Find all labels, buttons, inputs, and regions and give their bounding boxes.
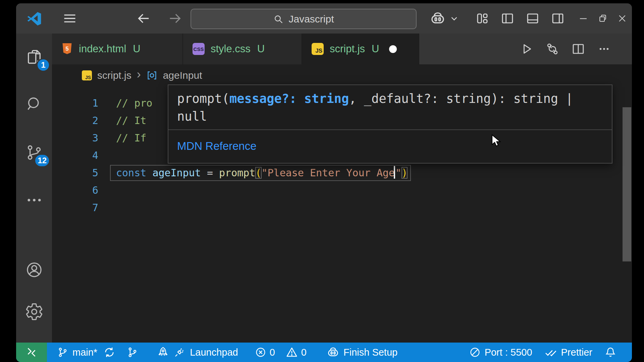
line-number: 7 xyxy=(52,199,98,217)
code-line-7[interactable]: 7 xyxy=(52,199,632,217)
search-icon xyxy=(273,14,284,24)
launchpad-label: Launchpad xyxy=(190,347,238,358)
tab-label: style.css xyxy=(211,43,251,55)
window-restore-button[interactable] xyxy=(593,3,612,34)
code-line-5[interactable]: 5const ageInput = prompt("Please Enter Y… xyxy=(52,164,632,182)
code-content: // It xyxy=(116,112,146,129)
line-number: 5 xyxy=(52,164,98,182)
tab-label: index.html xyxy=(79,43,126,55)
tab-script-js[interactable]: JS script.js U xyxy=(302,34,419,64)
code-token-comment: // pro xyxy=(116,97,152,109)
signature-text: , _default?: string): string | xyxy=(349,92,573,106)
code-line-6[interactable]: 6 xyxy=(52,182,632,199)
port-status-item[interactable]: Port : 5500 xyxy=(469,347,532,358)
prettier-label: Prettier xyxy=(561,347,592,358)
signature-text: prompt( xyxy=(177,92,229,106)
finish-setup-label: Finish Setup xyxy=(343,347,397,358)
breadcrumb: JS script.js › ageInput xyxy=(52,64,632,86)
open-changes-icon[interactable] xyxy=(541,34,564,64)
error-count: 0 xyxy=(270,347,275,358)
command-center-search[interactable]: Javascript xyxy=(191,9,417,29)
nav-forward-button[interactable] xyxy=(166,3,184,34)
code-token-plain: = xyxy=(201,167,219,179)
breadcrumb-file[interactable]: script.js xyxy=(97,70,131,81)
sidebar-item-more[interactable] xyxy=(16,183,52,218)
window-close-button[interactable] xyxy=(612,3,632,34)
error-icon xyxy=(255,347,266,358)
mdn-reference-link[interactable]: MDN Reference xyxy=(177,140,257,153)
sidebar-item-explorer[interactable]: 1 xyxy=(16,40,52,74)
code-token-bracket: ( xyxy=(255,167,261,179)
source-control-badge: 12 xyxy=(34,154,50,167)
tab-index-html[interactable]: 5 index.html U xyxy=(52,34,183,64)
signature-param: message?: string xyxy=(229,92,349,106)
copilot-icon[interactable] xyxy=(428,3,447,34)
code-token-string: "Please Enter Your Age xyxy=(262,167,395,179)
code-token-variable: ageInput xyxy=(152,167,201,179)
line-number: 6 xyxy=(52,182,98,199)
settings-gear-icon[interactable] xyxy=(16,294,52,329)
window-minimize-button[interactable] xyxy=(574,3,593,34)
unsaved-changes-dot[interactable] xyxy=(389,45,397,53)
copilot-finish-setup[interactable]: Finish Setup xyxy=(327,346,397,359)
hover-signature: prompt(message?: string, _default?: stri… xyxy=(168,85,612,130)
warning-icon xyxy=(286,346,298,358)
tab-style-css[interactable]: CSS style.css U xyxy=(183,34,302,64)
toggle-panel-icon[interactable] xyxy=(522,3,543,34)
customize-layout-icon[interactable] xyxy=(472,3,493,34)
prettier-status-item[interactable]: Prettier xyxy=(544,346,592,359)
more-actions-icon[interactable] xyxy=(592,34,616,64)
hover-tooltip: prompt(message?: string, _default?: stri… xyxy=(168,84,612,164)
split-editor-icon[interactable] xyxy=(567,34,590,64)
run-code-button[interactable] xyxy=(515,34,538,64)
hover-link-row: MDN Reference xyxy=(168,130,612,162)
scrollbar-thumb[interactable] xyxy=(623,107,631,261)
status-bar: main* xyxy=(16,343,632,362)
menu-hamburger-icon[interactable] xyxy=(60,3,79,34)
code-token-plain xyxy=(146,167,152,179)
code-content: // pro xyxy=(116,95,152,112)
notifications-bell[interactable] xyxy=(604,346,616,358)
git-graph-icon[interactable] xyxy=(127,347,138,358)
line-number: 4 xyxy=(52,147,98,164)
code-content: const ageInput = prompt("Please Enter Yo… xyxy=(116,164,408,182)
toggle-secondary-sidebar-icon[interactable] xyxy=(547,3,569,34)
code-token-function: prompt xyxy=(219,167,255,179)
sidebar-item-source-control[interactable]: 12 xyxy=(16,135,52,170)
nav-back-button[interactable] xyxy=(134,3,153,34)
copilot-icon xyxy=(327,346,339,359)
git-branch-icon xyxy=(57,347,68,358)
breadcrumb-symbol[interactable]: ageInput xyxy=(163,70,202,81)
mouse-cursor xyxy=(490,134,502,147)
signature-text: null xyxy=(177,109,207,124)
launchpad-status-item[interactable]: Launchpad xyxy=(157,346,238,358)
double-check-icon xyxy=(544,346,557,359)
problems-status-item[interactable]: 0 0 xyxy=(255,346,307,358)
symbol-variable-icon xyxy=(146,70,158,81)
code-token-comment: // It xyxy=(116,115,146,126)
code-content: // If xyxy=(116,129,146,147)
chevron-down-icon[interactable] xyxy=(447,3,461,34)
port-label: Port : 5500 xyxy=(485,347,532,358)
git-branch-status[interactable]: main* xyxy=(57,347,97,358)
sidebar-item-search[interactable] xyxy=(16,86,52,121)
text-cursor xyxy=(394,166,395,179)
svg-text:5: 5 xyxy=(65,46,68,52)
line-number: 1 xyxy=(52,95,98,112)
accounts-icon[interactable] xyxy=(16,252,52,287)
git-status-untracked: U xyxy=(372,43,379,55)
plug-icon xyxy=(174,347,185,358)
line-number: 2 xyxy=(52,112,98,129)
branch-label: main* xyxy=(72,347,97,358)
remote-indicator[interactable] xyxy=(16,343,47,362)
breadcrumb-separator: › xyxy=(137,67,141,81)
js-file-icon: JS xyxy=(312,43,324,55)
git-status-untracked: U xyxy=(257,43,265,55)
toggle-primary-sidebar-icon[interactable] xyxy=(497,3,518,34)
code-token-comment: // If xyxy=(116,132,146,144)
line-number: 3 xyxy=(52,129,98,147)
circle-slash-icon xyxy=(469,347,481,358)
sync-button[interactable] xyxy=(103,346,115,358)
js-file-icon: JS xyxy=(82,70,92,80)
vscode-logo-icon xyxy=(25,3,43,34)
